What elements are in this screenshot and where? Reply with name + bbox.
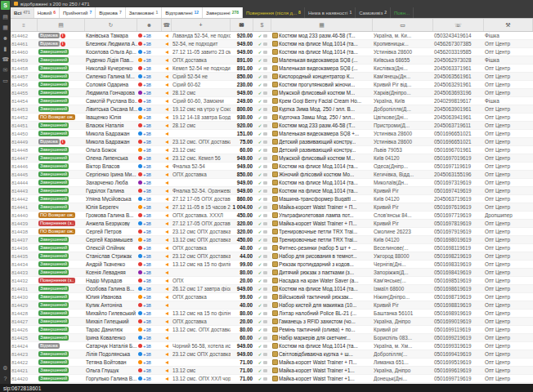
phone-code-link[interactable]: +38: [143, 66, 151, 71]
col-clients-icon[interactable]: ☻: [137, 19, 162, 31]
product-name[interactable]: Світловідбиваюча куртка + ш...: [279, 351, 353, 357]
status-badge[interactable]: Завершений: [38, 65, 69, 72]
chat-icon[interactable]: [263, 108, 267, 111]
status-badge[interactable]: ПО Возврат ож.: [38, 114, 75, 121]
phone-code-link[interactable]: +38: [143, 164, 151, 169]
status-badge[interactable]: Завершений: [38, 286, 69, 292]
client-name[interactable]: Віктор Власов: [85, 163, 137, 169]
status-badge[interactable]: Завершений: [38, 245, 69, 252]
client-name[interactable]: Андрій Ткаченко: [85, 261, 137, 267]
chat-icon[interactable]: [263, 279, 267, 283]
phone-code-link[interactable]: +38: [143, 303, 151, 308]
status-badge[interactable]: Завершений: [38, 270, 69, 276]
col-payment-icon[interactable]: ✉: [231, 19, 253, 31]
status-badge[interactable]: Завершений: [38, 327, 69, 333]
chat-icon[interactable]: [263, 230, 267, 234]
col-tracking-icon[interactable]: ☏: [433, 19, 484, 31]
clients-icon[interactable]: ☻: [0, 33, 11, 43]
product-name[interactable]: Костюм мод 233 разм.46-58 (Т...: [279, 33, 356, 38]
client-name[interactable]: Ольга Божок: [85, 147, 137, 153]
chat-icon[interactable]: [263, 132, 267, 136]
client-name[interactable]: Канівська Тамара: [85, 33, 137, 38]
phone-code-link[interactable]: +38: [143, 180, 151, 185]
client-name[interactable]: Уляна Мусійовська: [85, 196, 137, 202]
table-row[interactable]: 814445 Завершений i Сергієнко Ірина Ми..…: [11, 171, 533, 179]
table-row[interactable]: 814452 ПО Возврат ож. i Іващенко Юлія +3…: [11, 114, 533, 122]
status-badge[interactable]: Завершений: [38, 196, 69, 203]
client-name[interactable]: Ольга Глущук: [85, 368, 137, 373]
product-name[interactable]: Крем Gogi Berry Facial Cream Ho...: [279, 98, 361, 104]
client-name[interactable]: Сергей Карамышев: [85, 237, 137, 243]
product-name[interactable]: Куртка Зима Мод. 250 / элл. В...: [279, 106, 355, 112]
client-name[interactable]: Микола Бадражан: [85, 139, 137, 145]
table-row[interactable]: 814424 Відмова i Сатарчук Наталія Б... +…: [11, 342, 533, 350]
client-name[interactable]: Соломія Одарина: [85, 82, 137, 87]
client-name[interactable]: Микола Бадражан: [85, 131, 137, 136]
client-name[interactable]: Олена Липенська: [85, 155, 137, 161]
client-name[interactable]: Николай Кучеренко: [85, 65, 137, 71]
ttn-number[interactable]: 0501699619619: [433, 368, 484, 373]
ttn-number[interactable]: 0501699419619: [433, 351, 484, 357]
ttn-number[interactable]: 0501698419619: [433, 270, 484, 275]
settings-icon[interactable]: ⚙: [0, 363, 11, 373]
table-row[interactable]: 814436 Завершений i Олексій Олійник +38 …: [11, 244, 533, 252]
status-badge[interactable]: ПО Возврат ож.: [38, 229, 75, 235]
ttn-number[interactable]: 0501697119619: [433, 163, 484, 169]
product-name[interactable]: Мужской флисовый костюм М...: [279, 90, 355, 96]
status-badge[interactable]: Завершений: [38, 57, 69, 64]
product-name[interactable]: Маленькая видеокамера SQ8 +...: [279, 131, 359, 136]
status-badge[interactable]: Завершений: [38, 74, 69, 80]
ttn-number[interactable]: 2045063719611: [433, 122, 484, 128]
product-name[interactable]: Майка-корсет Waist Trainer +1...: [279, 376, 355, 381]
client-name[interactable]: Сатарчук Наталія Б...: [85, 343, 137, 349]
chat-icon[interactable]: [263, 59, 267, 62]
chat-icon[interactable]: [263, 198, 267, 201]
phone-code-link[interactable]: +38: [143, 229, 151, 234]
client-name[interactable]: Блезнюк Людмила А...: [85, 41, 137, 47]
table-row[interactable]: 814429 Завершений i Кулик Антоніна +38 4…: [11, 301, 533, 310]
chat-icon[interactable]: [263, 214, 267, 217]
tab-item[interactable]: Відправлені12: [162, 7, 203, 18]
product-name[interactable]: Костюм на флисе Мод.1014 (та...: [279, 41, 358, 47]
chat-icon[interactable]: [263, 157, 267, 160]
chat-icon[interactable]: [263, 149, 267, 152]
ttn-number[interactable]: 2045063371961: [433, 65, 484, 71]
phone-code-link[interactable]: +38: [143, 368, 151, 373]
ttn-number[interactable]: 2045063941961: [433, 114, 484, 120]
chat-icon[interactable]: [263, 173, 267, 176]
status-badge[interactable]: Завершений: [38, 49, 69, 56]
ttn-number[interactable]: 0501699519619: [433, 359, 484, 365]
table-row[interactable]: 814435 Завершений i Станіслав Стрижак +3…: [11, 252, 533, 261]
status-badge[interactable]: Завершений: [38, 180, 69, 186]
status-badge[interactable]: Завершений: [38, 351, 69, 358]
chat-icon[interactable]: [263, 377, 267, 381]
chat-icon[interactable]: [263, 296, 267, 299]
status-badge[interactable]: Завершений: [38, 302, 69, 309]
client-name[interactable]: Сергей Петров: [85, 229, 137, 234]
chat-icon[interactable]: [263, 238, 267, 242]
ttn-number[interactable]: 0501698619619: [433, 286, 484, 292]
status-badge[interactable]: ПО Возврат ож.: [38, 212, 75, 219]
product-name[interactable]: Тренировочные петли TRX Trai...: [279, 229, 357, 234]
chat-icon[interactable]: [263, 189, 267, 193]
table-row[interactable]: 814457 Завершений i Силенко Галина М... …: [11, 73, 533, 81]
product-name[interactable]: Ліхтар налобний Police BL-21 (...: [279, 310, 356, 316]
ttn-number[interactable]: 0501697319619: [433, 180, 484, 185]
status-badge[interactable]: Відмова: [38, 41, 60, 47]
ttn-number[interactable]: 2045063291961: [433, 82, 484, 87]
status-badge[interactable]: Завершений: [38, 359, 69, 366]
status-badge[interactable]: Завершений: [38, 163, 69, 170]
dashboard-icon[interactable]: ▤: [0, 11, 11, 22]
phone-code-link[interactable]: +38: [143, 295, 151, 300]
phone-code-link[interactable]: +38: [143, 156, 151, 161]
phone-code-link[interactable]: +38: [143, 344, 151, 349]
product-name[interactable]: Майка-корсет Waist Trainer + П...: [279, 204, 357, 210]
product-name[interactable]: Кислородный концентратор К...: [279, 74, 354, 79]
product-name[interactable]: Детский развивающий констру...: [279, 139, 356, 145]
client-name[interactable]: Ксенія Левадняя: [85, 270, 137, 275]
table-row[interactable]: 814428 Завершений i Михайло Гилевський +…: [11, 310, 533, 318]
phone-code-link[interactable]: +38: [143, 376, 151, 381]
phone-code-link[interactable]: +38: [143, 123, 151, 128]
col-status-icon[interactable]: ▤: [38, 19, 85, 31]
phone-code-link[interactable]: +38: [143, 42, 151, 47]
